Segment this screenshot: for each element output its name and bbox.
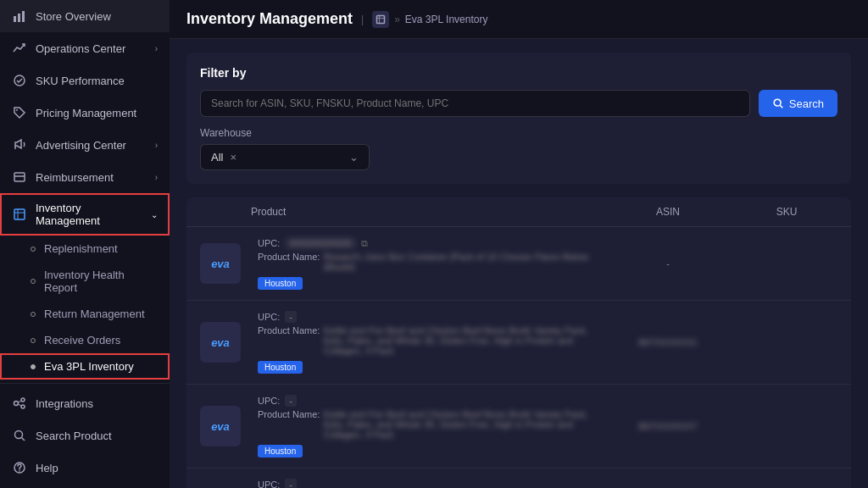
sidebar-item-label: Store Overview <box>36 10 158 23</box>
product-name-label: Product Name: <box>258 409 320 440</box>
inventory-icon <box>12 207 27 222</box>
warehouse-clear-button[interactable]: × <box>230 151 236 164</box>
sidebar-item-label: Advertising Center <box>36 139 147 152</box>
warehouse-value: All <box>211 151 223 164</box>
svg-point-13 <box>21 405 25 408</box>
dot-icon <box>31 247 36 252</box>
chevron-down-icon: ⌄ <box>349 151 359 164</box>
sidebar-item-label: Reimbursement <box>36 171 147 184</box>
search-row: Search <box>200 90 837 117</box>
product-name-label: Product Name: <box>258 325 320 356</box>
svg-line-17 <box>22 438 25 441</box>
subitem-label: Eva 3PL Inventory <box>44 360 134 373</box>
sidebar-item-help[interactable]: Help <box>0 452 170 484</box>
sidebar-subitem-return-management[interactable]: Return Management <box>0 301 170 327</box>
sidebar-item-pricing-management[interactable]: Pricing Management <box>0 97 170 129</box>
asin-value: B07XXXXXX7 <box>600 421 736 431</box>
location-badge: Houston <box>258 445 303 458</box>
breadcrumb-separator: » <box>394 14 400 25</box>
dot-icon <box>31 312 36 317</box>
content-area: Filter by Search Warehouse All × ⌄ <box>170 39 868 488</box>
sidebar-item-store-overview[interactable]: Store Overview <box>0 0 170 32</box>
filter-title: Filter by <box>200 66 837 80</box>
page-title: Inventory Management <box>186 10 353 28</box>
dot-icon <box>31 279 36 284</box>
sidebar-item-advertising-center[interactable]: Advertising Center › <box>0 129 170 161</box>
product-name-value: Kettle and Fire Beef and Chicken Beef Bo… <box>323 325 593 356</box>
sidebar-item-label: Pricing Management <box>36 107 158 119</box>
copy-icon[interactable]: ⧉ <box>361 238 368 249</box>
upc-label: UPC: <box>258 480 280 488</box>
col-header-product: Product <box>251 206 600 218</box>
warehouse-label: Warehouse <box>200 127 837 139</box>
search-icon <box>772 97 784 109</box>
product-name-line: Product Name: Reward's Juice Box Contain… <box>258 252 593 272</box>
search-button[interactable]: Search <box>759 90 837 117</box>
sidebar-subitem-eva-3pl-inventory[interactable]: Eva 3PL Inventory <box>0 353 170 380</box>
trending-icon <box>12 41 27 56</box>
svg-line-24 <box>780 105 782 108</box>
product-table: Product ASIN SKU eva UPC: XXXXXXXXXX ⧉ P… <box>186 197 851 488</box>
chevron-right-icon: › <box>155 141 158 150</box>
sidebar-item-search-product[interactable]: Search Product <box>0 419 170 452</box>
search-input[interactable] <box>200 90 750 117</box>
product-name-value: Kettle and Fire Beef and Chicken Beef Bo… <box>323 409 593 440</box>
product-thumbnail: eva <box>200 406 241 446</box>
dot-icon <box>31 338 36 343</box>
main-content: Inventory Management | » Eva 3PL Invento… <box>170 0 868 488</box>
integrations-icon <box>12 396 27 411</box>
col-header-asin: ASIN <box>600 206 736 218</box>
table-row: eva UPC: - Product Name: Kettle and Fire… <box>186 301 851 385</box>
sidebar-item-inventory-management[interactable]: Inventory Management ⌄ <box>0 193 170 236</box>
upc-label: UPC: <box>258 238 280 248</box>
upc-line: UPC: - <box>258 311 593 323</box>
subitem-label: Return Management <box>44 308 145 320</box>
upc-value: XXXXXXXXXX <box>285 237 355 249</box>
product-info: UPC: - Product Name: Kettle and Fire Bee… <box>251 395 600 458</box>
upc-label: UPC: <box>258 396 280 406</box>
product-info: UPC: - Product Name: Kettle and Fire Bee… <box>251 479 600 488</box>
filter-box: Filter by Search Warehouse All × ⌄ <box>186 53 851 184</box>
svg-line-14 <box>19 401 22 402</box>
eva-logo: eva <box>211 420 230 433</box>
svg-point-19 <box>19 470 20 472</box>
product-info: UPC: XXXXXXXXXX ⧉ Product Name: Reward's… <box>251 237 600 290</box>
sidebar-item-reimbursement[interactable]: Reimbursement › <box>0 161 170 193</box>
svg-line-15 <box>19 404 22 406</box>
col-header-thumb <box>200 206 251 218</box>
upc-line: UPC: - <box>258 479 593 488</box>
reimbursement-icon <box>12 169 27 185</box>
chevron-right-icon: › <box>155 173 158 182</box>
warehouse-select[interactable]: All × ⌄ <box>200 144 370 170</box>
asin-value: - <box>600 258 736 269</box>
svg-point-12 <box>21 398 25 402</box>
location-badge: Houston <box>258 361 303 374</box>
sidebar-item-integrations[interactable]: Integrations <box>0 387 170 419</box>
product-thumbnail: eva <box>200 322 241 363</box>
product-name-label: Product Name: <box>258 252 320 272</box>
subitem-label: Inventory Health Report <box>44 269 158 294</box>
sku-icon <box>12 73 27 88</box>
location-badge: Houston <box>258 277 303 290</box>
upc-line: UPC: - <box>258 395 593 407</box>
svg-rect-20 <box>377 15 385 23</box>
asin-value: B07XXXXXX1 <box>600 337 736 347</box>
sidebar-item-operations-center[interactable]: Operations Center › <box>0 32 170 64</box>
sidebar-item-sku-performance[interactable]: SKU Performance <box>0 64 170 97</box>
dot-icon <box>31 364 36 369</box>
product-name-line: Product Name: Kettle and Fire Beef and C… <box>258 409 593 440</box>
svg-rect-0 <box>14 16 16 22</box>
search-product-icon <box>12 428 27 443</box>
sidebar-item-label: Inventory Management <box>36 202 142 227</box>
sidebar-item-label: Search Product <box>36 430 158 442</box>
svg-rect-1 <box>18 14 20 22</box>
svg-rect-2 <box>22 11 25 22</box>
sidebar-subitem-receive-orders[interactable]: Receive Orders <box>0 327 170 353</box>
chevron-right-icon: › <box>155 44 158 53</box>
sidebar-subitem-inventory-health-report[interactable]: Inventory Health Report <box>0 262 170 301</box>
product-name-line: Product Name: Kettle and Fire Beef and C… <box>258 325 593 356</box>
svg-point-16 <box>15 431 23 439</box>
table-row: eva UPC: - Product Name: Kettle and Fire… <box>186 469 851 488</box>
sidebar-subitem-replenishment[interactable]: Replenishment <box>0 236 170 262</box>
upc-value: - <box>285 479 297 488</box>
